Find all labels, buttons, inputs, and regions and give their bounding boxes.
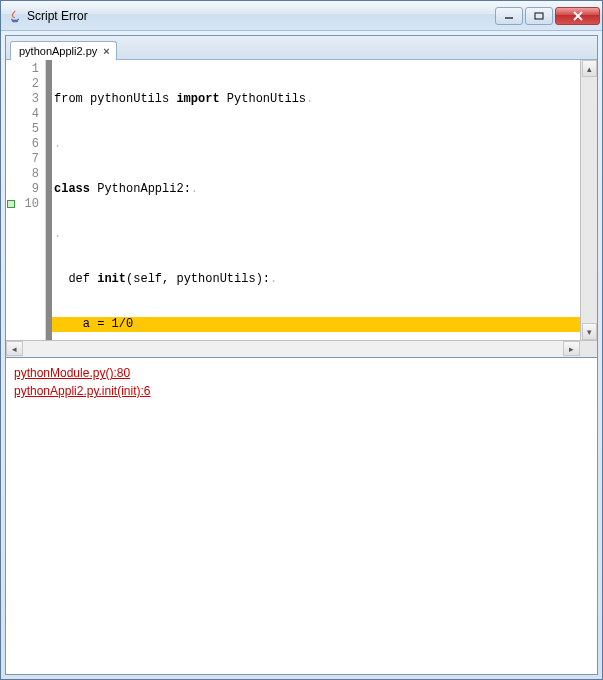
editor-tab-active[interactable]: pythonAppli2.py × [10, 41, 117, 60]
error-panel: pythonModule.py():80 pythonAppli2.py.ini… [6, 358, 597, 674]
line-number: 9 [6, 182, 43, 197]
window-frame: Script Error pythonAppli2.py × 1 [0, 0, 603, 680]
tab-close-icon[interactable]: × [103, 45, 109, 57]
code-body[interactable]: from pythonUtils import PythonUtils. . c… [52, 60, 580, 340]
code-line: . [52, 137, 580, 152]
code-line: . [52, 227, 580, 242]
code-line: def init(self, pythonUtils):. [52, 272, 580, 287]
svg-rect-1 [535, 13, 543, 19]
error-link[interactable]: pythonModule.py():80 [14, 364, 130, 382]
line-number: 3 [6, 92, 43, 107]
scroll-down-icon[interactable]: ▾ [582, 323, 597, 340]
line-number: 10 [6, 197, 43, 212]
scroll-left-icon[interactable]: ◂ [6, 341, 23, 356]
line-number-gutter: 1 2 3 4 5 6 7 8 9 10 [6, 60, 46, 340]
horizontal-scrollbar[interactable]: ◂ ▸ [6, 340, 597, 357]
line-number: 1 [6, 62, 43, 77]
titlebar[interactable]: Script Error [1, 1, 602, 31]
tab-label: pythonAppli2.py [19, 45, 97, 57]
error-link[interactable]: pythonAppli2.py.init(init):6 [14, 382, 151, 400]
line-number: 4 [6, 107, 43, 122]
editor-pane: 1 2 3 4 5 6 7 8 9 10 from pythonUtils im… [6, 60, 597, 358]
code-line: class PythonAppli2:. [52, 182, 580, 197]
maximize-button[interactable] [525, 7, 553, 25]
java-app-icon [7, 8, 23, 24]
minimize-button[interactable] [495, 7, 523, 25]
scroll-up-icon[interactable]: ▴ [582, 60, 597, 77]
window-controls [495, 7, 600, 25]
line-number: 2 [6, 77, 43, 92]
editor-tabbar: pythonAppli2.py × [6, 36, 597, 60]
content-area: pythonAppli2.py × 1 2 3 4 5 6 7 8 9 10 [5, 35, 598, 675]
close-button[interactable] [555, 7, 600, 25]
window-title: Script Error [27, 9, 495, 23]
scroll-right-icon[interactable]: ▸ [563, 341, 580, 356]
vertical-scrollbar[interactable]: ▴ ▾ [580, 60, 597, 340]
code-line-highlighted: a = 1/0. [52, 317, 580, 332]
line-number: 7 [6, 152, 43, 167]
line-number: 6 [6, 137, 43, 152]
code-viewport: 1 2 3 4 5 6 7 8 9 10 from pythonUtils im… [6, 60, 597, 340]
line-number: 5 [6, 122, 43, 137]
hscroll-track[interactable] [23, 341, 563, 357]
code-line: from pythonUtils import PythonUtils. [52, 92, 580, 107]
scroll-corner [580, 341, 597, 356]
gutter-marker-icon [7, 200, 15, 208]
line-number: 8 [6, 167, 43, 182]
